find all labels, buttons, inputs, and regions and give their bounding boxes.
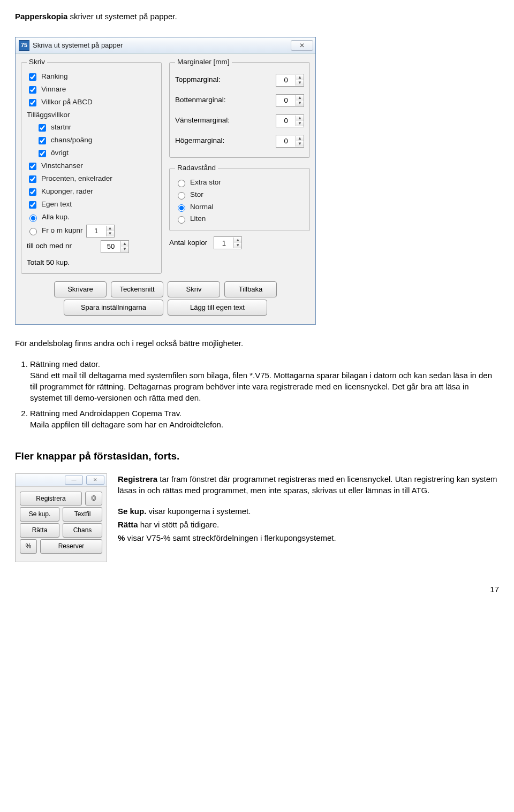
- chevron-up-icon[interactable]: ▲: [296, 75, 304, 80]
- chk-chans-box[interactable]: [39, 137, 46, 144]
- radio-from-kup[interactable]: Fr o m kupnr ▲▼: [27, 224, 156, 239]
- close-button[interactable]: ✕: [291, 40, 313, 51]
- chk-procenten-box[interactable]: [29, 175, 36, 183]
- chevron-down-icon[interactable]: ▼: [296, 80, 304, 86]
- chk-startnr-box[interactable]: [39, 124, 46, 132]
- chevron-down-icon[interactable]: ▼: [296, 101, 304, 106]
- radio-normal[interactable]: Normal: [175, 201, 304, 213]
- titlebar: 75 Skriva ut systemet på papper ✕: [16, 37, 315, 54]
- chevron-up-icon[interactable]: ▲: [121, 241, 128, 247]
- skrivare-button[interactable]: Skrivare: [54, 281, 107, 297]
- sekup-button[interactable]: Se kup.: [20, 507, 59, 522]
- chevron-up-icon[interactable]: ▲: [234, 238, 241, 243]
- top-margin-value[interactable]: [276, 74, 296, 86]
- tillbaka-button[interactable]: Tillbaka: [224, 281, 277, 297]
- intro-rest: skriver ut systemet på papper.: [67, 12, 177, 21]
- skriv-button[interactable]: Skriv: [168, 281, 220, 297]
- chans-button[interactable]: Chans: [63, 523, 102, 538]
- print-dialog-window: 75 Skriva ut systemet på papper ✕ Skriv …: [15, 37, 316, 325]
- chk-villkor-box[interactable]: [29, 99, 36, 106]
- radio-from-kup-input[interactable]: [29, 228, 37, 235]
- pct-rest: visar V75-% samt streckfördelningen i fl…: [125, 533, 336, 542]
- close-icon[interactable]: ✕: [86, 476, 104, 485]
- reserver-button[interactable]: Reserver: [40, 539, 102, 554]
- chevron-up-icon[interactable]: ▲: [296, 116, 304, 121]
- spara-button[interactable]: Spara inställningarna: [64, 300, 163, 316]
- chk-vinstchanser-label: Vinstchanser: [41, 161, 83, 171]
- chevron-up-icon[interactable]: ▲: [296, 95, 304, 101]
- chk-kuponger[interactable]: Kuponger, rader: [27, 186, 156, 198]
- chevron-down-icon[interactable]: ▼: [296, 141, 304, 147]
- radio-alla-kup[interactable]: Alla kup.: [27, 211, 156, 224]
- chk-egentext-box[interactable]: [29, 201, 36, 209]
- minimize-icon[interactable]: —: [65, 476, 83, 485]
- lagg-till-button[interactable]: Lägg till egen text: [168, 300, 267, 316]
- chk-vinstchanser[interactable]: Vinstchanser: [27, 160, 156, 173]
- right-margin-value[interactable]: [276, 135, 296, 147]
- from-kup-spinner[interactable]: ▲▼: [86, 225, 115, 238]
- chk-startnr[interactable]: startnr: [36, 121, 156, 134]
- chk-ovrigt[interactable]: övrigt: [36, 147, 156, 160]
- chk-chans[interactable]: chans/poäng: [36, 134, 156, 147]
- chk-ovrigt-box[interactable]: [39, 150, 46, 157]
- chk-startnr-label: startnr: [51, 122, 71, 133]
- chevron-down-icon[interactable]: ▼: [296, 121, 304, 126]
- chevron-down-icon[interactable]: ▼: [234, 243, 241, 248]
- chk-vinnare-label: Vinnare: [41, 85, 66, 95]
- chk-vinnare[interactable]: Vinnare: [27, 83, 156, 96]
- ratta-rest: har vi stött på tidigare.: [138, 520, 220, 529]
- window-title: Skriva ut systemet på papper: [33, 41, 291, 50]
- mini-titlebar: — ✕: [16, 474, 107, 487]
- chk-villkor[interactable]: Villkor på ABCD: [27, 96, 156, 109]
- chevron-up-icon[interactable]: ▲: [107, 226, 114, 231]
- radio-alla-kup-input[interactable]: [29, 215, 37, 222]
- bottom-margin-label: Bottenmarginal:: [175, 95, 226, 105]
- percent-button[interactable]: %: [20, 539, 37, 554]
- kopior-value[interactable]: [214, 237, 233, 249]
- till-value[interactable]: [101, 241, 120, 252]
- mini-screenshot: — ✕ Registrera © Se kup. Textfil Rätta C…: [15, 473, 107, 562]
- chk-procenten[interactable]: Procenten, enkelrader: [27, 173, 156, 186]
- chk-kuponger-box[interactable]: [29, 188, 36, 196]
- chevron-up-icon[interactable]: ▲: [296, 136, 304, 141]
- till-spinner[interactable]: ▲▼: [101, 240, 129, 253]
- chevron-down-icon[interactable]: ▼: [121, 247, 128, 252]
- chk-villkor-label: Villkor på ABCD: [41, 97, 93, 108]
- radio-normal-input[interactable]: [178, 204, 185, 212]
- teckensnitt-button[interactable]: Teckensnitt: [111, 281, 163, 297]
- chk-procenten-label: Procenten, enkelrader: [41, 174, 112, 184]
- ratta-button[interactable]: Rätta: [20, 523, 59, 538]
- chk-vinstchanser-box[interactable]: [29, 163, 36, 170]
- top-margin-label: Toppmarginal:: [175, 75, 221, 85]
- description-block: Registrera tar fram fönstret där program…: [118, 473, 499, 553]
- left-margin-value[interactable]: [276, 115, 296, 127]
- andelsbolag-paragraph: För andelsbolag finns andra och i regel …: [15, 338, 499, 349]
- chk-ranking[interactable]: Ranking: [27, 71, 156, 83]
- chk-ranking-box[interactable]: [29, 73, 36, 81]
- copyright-button[interactable]: ©: [85, 492, 102, 506]
- radio-liten-input[interactable]: [178, 216, 185, 224]
- chk-egentext[interactable]: Egen text: [27, 198, 156, 211]
- chevron-down-icon[interactable]: ▼: [107, 231, 114, 236]
- registrera-button[interactable]: Registrera: [20, 492, 82, 506]
- section-heading: Fler knappar på förstasidan, forts.: [15, 449, 499, 464]
- radio-stor[interactable]: Stor: [175, 189, 304, 201]
- radio-extra-stor[interactable]: Extra stor: [175, 177, 304, 189]
- kopior-label: Antal kopior: [169, 238, 207, 248]
- chk-vinnare-box[interactable]: [29, 86, 36, 94]
- list-item: Rättning med dator. Sänd ett mail till d…: [30, 358, 499, 403]
- intro-paragraph: Papperskopia skriver ut systemet på papp…: [15, 11, 499, 22]
- chk-chans-label: chans/poäng: [51, 135, 92, 145]
- from-kup-value[interactable]: [87, 225, 106, 237]
- bottom-margin-value[interactable]: [276, 95, 296, 106]
- right-margin-spinner[interactable]: ▲▼: [276, 135, 304, 148]
- radio-extra-stor-input[interactable]: [178, 180, 185, 187]
- radio-stor-input[interactable]: [178, 192, 185, 200]
- kopior-spinner[interactable]: ▲▼: [214, 236, 242, 249]
- radio-normal-label: Normal: [190, 202, 214, 212]
- textfil-button[interactable]: Textfil: [63, 507, 102, 522]
- radio-liten[interactable]: Liten: [175, 213, 304, 225]
- left-margin-spinner[interactable]: ▲▼: [276, 114, 304, 127]
- bottom-margin-spinner[interactable]: ▲▼: [276, 94, 304, 107]
- top-margin-spinner[interactable]: ▲▼: [276, 74, 304, 87]
